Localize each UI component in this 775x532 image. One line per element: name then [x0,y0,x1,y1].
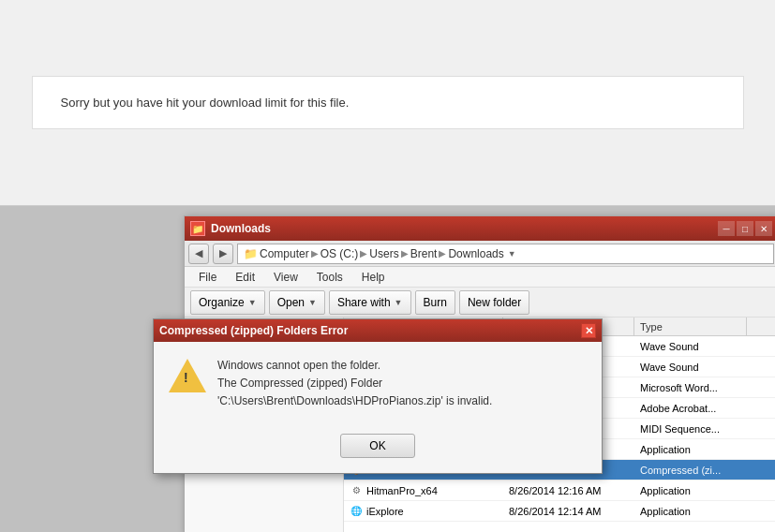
file-date-cell: 8/26/2014 12:14 AM [503,504,634,519]
titlebar-controls: ─ □ ✕ [718,221,772,236]
explorer-toolbar: Organize ▼ Open ▼ Share with ▼ Burn New … [185,288,775,318]
download-limit-message: Sorry but you have hit your download lim… [61,96,350,110]
open-button[interactable]: Open ▼ [269,290,325,315]
organize-button[interactable]: Organize ▼ [190,290,265,315]
breadcrumb-users[interactable]: Users [369,247,398,260]
file-date-cell: 8/26/2014 12:16 AM [503,483,634,498]
error-dialog: Compressed (zipped) Folders Error ✕ ! Wi… [153,318,603,474]
burn-button[interactable]: Burn [415,290,455,315]
warning-icon: ! [169,357,206,394]
share-with-button[interactable]: Share with ▼ [329,290,411,315]
file-icon: ⚙ [350,484,363,497]
explorer-addressbar: ◀ ▶ 📁 Computer ▶ OS (C:) ▶ Users ▶ Brent… [185,241,775,267]
col-header-type[interactable]: Type [634,318,747,335]
breadcrumb-drive[interactable]: OS (C:) [320,247,359,260]
browser-area: Sorry but you have hit your download lim… [0,0,775,206]
new-folder-button[interactable]: New folder [459,290,529,315]
menu-view[interactable]: View [265,268,306,287]
download-limit-box: Sorry but you have hit your download lim… [32,76,744,129]
breadcrumb-brent[interactable]: Brent [410,247,438,260]
file-type-cell: Application [634,483,747,498]
ok-button[interactable]: OK [340,434,415,458]
dialog-title: Compressed (zipped) Folders Error [159,324,348,337]
dialog-close-button[interactable]: ✕ [581,323,596,338]
file-name: HitmanPro_x64 [366,485,438,496]
explorer-title: Downloads [211,222,271,235]
warning-exclaim: ! [184,370,188,385]
file-type-cell: Application [634,504,747,519]
breadcrumb-computer[interactable]: Computer [260,247,309,260]
minimize-button[interactable]: ─ [718,221,735,236]
dialog-titlebar: Compressed (zipped) Folders Error ✕ [154,319,602,342]
dialog-body: ! Windows cannot open the folder. The Co… [154,342,602,426]
breadcrumb-downloads[interactable]: Downloads [448,247,503,260]
maximize-button[interactable]: □ [737,221,753,236]
dialog-line2: The Compressed (zipped) Folder 'C:\Users… [217,375,587,410]
dialog-line1: Windows cannot open the folder. [217,357,587,375]
forward-button[interactable]: ▶ [213,244,233,264]
file-name-cell: 🌐 iExplore [344,503,503,520]
dialog-text: Windows cannot open the folder. The Comp… [217,357,587,411]
file-type-cell: Wave Sound [634,339,747,354]
file-type-cell: Application [634,442,747,457]
file-name: iExplore [366,506,404,517]
file-type-cell: Wave Sound [634,360,747,375]
explorer-menubar: File Edit View Tools Help [185,267,775,288]
dialog-footer: OK [154,426,602,473]
address-breadcrumb[interactable]: 📁 Computer ▶ OS (C:) ▶ Users ▶ Brent ▶ D… [237,244,774,264]
file-name-cell: ⚙ HitmanPro_x64 [344,482,503,499]
file-type-cell: Microsoft Word... [634,380,747,395]
file-type-cell: Compressed (zi... [634,463,747,478]
breadcrumb-icon: 📁 [244,247,258,260]
explorer-titlebar-icon: 📁 [190,221,205,236]
file-icon: 🌐 [350,505,363,518]
table-row[interactable]: 🌐 iExplore 8/26/2014 12:14 AM Applicatio… [344,501,775,522]
menu-tools[interactable]: Tools [308,268,351,287]
file-type-cell: Adobe Acrobat... [634,401,747,416]
menu-edit[interactable]: Edit [227,268,263,287]
back-button[interactable]: ◀ [188,244,209,264]
close-button[interactable]: ✕ [755,221,772,236]
table-row[interactable]: ⚙ HitmanPro_x64 8/26/2014 12:16 AM Appli… [344,480,775,501]
explorer-titlebar: 📁 Downloads ─ □ ✕ [185,216,775,241]
menu-help[interactable]: Help [353,268,394,287]
menu-file[interactable]: File [190,268,225,287]
file-type-cell: MIDI Sequence... [634,421,747,436]
